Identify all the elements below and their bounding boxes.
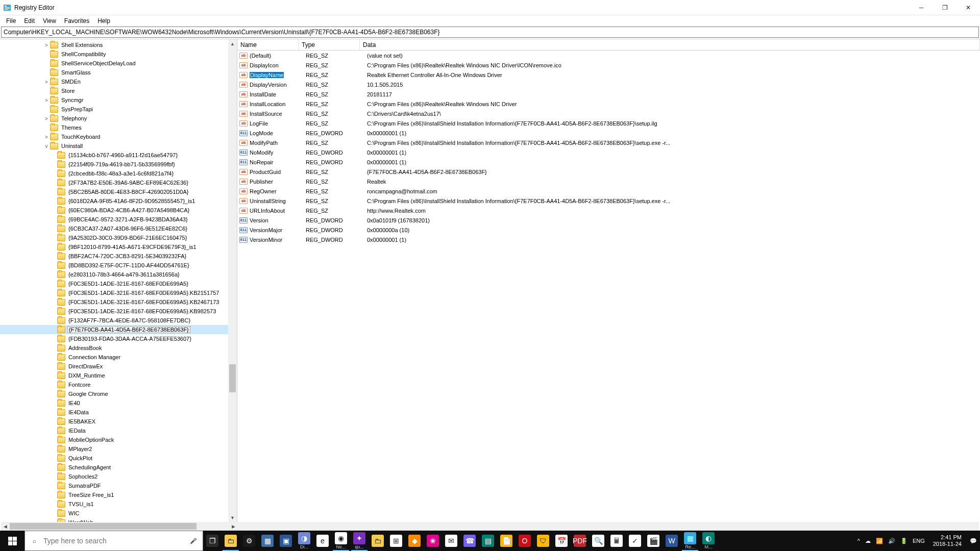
tree-node[interactable]: Google Chrome — [0, 389, 237, 398]
tray-battery-icon[interactable]: 🔋 — [900, 538, 908, 544]
taskbar-app-pink[interactable]: ❀ — [424, 531, 442, 551]
taskbar-app-generic-1[interactable]: ▦ — [258, 531, 277, 551]
tree-node[interactable]: {9BF12010-8799-41A5-A671-E9CFDE9E79F3}_i… — [0, 242, 237, 252]
tree-node[interactable]: >SMDEn — [0, 77, 237, 86]
tray-onedrive-icon[interactable]: ☁ — [865, 538, 871, 544]
tree-node[interactable]: {F0C3E5D1-1ADE-321E-8167-68EF0DE699A5}.K… — [0, 307, 237, 316]
tree-node[interactable]: IE40 — [0, 398, 237, 408]
tree-node[interactable]: >Syncmgr — [0, 95, 237, 105]
tree-node[interactable]: {6018D2AA-9F85-41A6-8F2D-9D9528555457}_i… — [0, 196, 237, 206]
value-row[interactable]: abDisplayNameREG_SZRealtek Ethernet Cont… — [237, 70, 980, 80]
tree-node[interactable]: MobileOptionPack — [0, 435, 237, 444]
value-row[interactable]: abProductGuidREG_SZ{F7E7F0CB-AA41-4D5A-B… — [237, 167, 980, 177]
value-row[interactable]: abInstallSourceREG_SZC:\Drivers\Card\k4e… — [237, 109, 980, 118]
tray-overflow-icon[interactable]: ^ — [857, 538, 860, 544]
taskbar-movie[interactable]: 🎬 — [644, 531, 663, 551]
tree-node[interactable]: AddressBook — [0, 343, 237, 353]
taskbar-regedit[interactable]: ▦Re... — [681, 531, 699, 551]
value-row[interactable]: ab(Default)REG_SZ(value not set) — [237, 51, 980, 60]
tree-node[interactable]: Store — [0, 86, 237, 95]
tree-node[interactable]: TVSU_is1 — [0, 499, 237, 509]
taskbar-app-teal2[interactable]: ◐M... — [699, 531, 718, 551]
address-bar[interactable]: Computer\HKEY_LOCAL_MACHINE\SOFTWARE\WOW… — [1, 27, 979, 38]
expander-icon[interactable]: > — [43, 116, 50, 121]
tree-node[interactable]: Themes — [0, 123, 237, 132]
tree-node[interactable]: SumatraPDF — [0, 481, 237, 490]
taskbar-notes[interactable]: 📄 — [497, 531, 516, 551]
tree-node[interactable]: IEData — [0, 426, 237, 435]
taskbar-app-generic-2[interactable]: ▣ — [277, 531, 295, 551]
search-input[interactable] — [43, 531, 184, 550]
expander-icon[interactable]: > — [43, 134, 50, 140]
menu-favorites[interactable]: Favorites — [60, 16, 93, 26]
tree-node[interactable]: vUninstall — [0, 141, 237, 151]
taskbar-viber[interactable]: ☎ — [460, 531, 479, 551]
taskbar-security[interactable]: 🛡 — [534, 531, 552, 551]
tree-node[interactable]: Sophocles2 — [0, 472, 237, 481]
taskbar-app-orange[interactable]: ◆ — [405, 531, 424, 551]
tree-node[interactable]: {BBF2AC74-720C-3CB3-8291-5E34039232FA} — [0, 252, 237, 261]
expander-icon[interactable]: > — [43, 79, 50, 85]
close-button[interactable]: ✕ — [957, 0, 980, 15]
taskbar-word[interactable]: W — [663, 531, 681, 551]
tree-node[interactable]: {FDB30193-FDA0-3DAA-ACCA-A75EEFE53607} — [0, 334, 237, 343]
tree-node[interactable]: WIC — [0, 509, 237, 518]
tree-node[interactable]: SmartGlass — [0, 68, 237, 77]
taskbar-files[interactable]: 🗀 — [369, 531, 387, 551]
tree-node[interactable]: IE4Data — [0, 408, 237, 417]
tree-node[interactable]: {F7E7F0CB-AA41-4D5A-B6F2-8E6738EB063F} — [0, 325, 237, 334]
tree-node[interactable]: {6CB3CA37-2A07-43D8-96F6-9E512E4E82C6} — [0, 224, 237, 233]
value-row[interactable]: abInstallDateREG_SZ20181117 — [237, 89, 980, 99]
menu-file[interactable]: File — [2, 16, 20, 26]
value-row[interactable]: 011VersionMinorREG_DWORD0x00000001 (1) — [237, 235, 980, 244]
tree-node[interactable]: {15134cb0-b767-4960-a911-f2d16ae54797} — [0, 151, 237, 160]
value-row[interactable]: abInstallLocationREG_SZC:\Program Files … — [237, 99, 980, 109]
expander-icon[interactable]: v — [43, 143, 50, 149]
tray-notifications-icon[interactable]: 💬 — [970, 538, 977, 544]
tree-node[interactable]: WordWeb — [0, 518, 237, 522]
tree-node[interactable]: TreeSize Free_is1 — [0, 490, 237, 499]
value-row[interactable]: abRegOwnerREG_SZroncampagna@hotmail.com — [237, 186, 980, 196]
taskbar-chrome[interactable]: ◉Ne... — [332, 531, 350, 551]
value-row[interactable]: abPublisherREG_SZRealtek — [237, 177, 980, 186]
expander-icon[interactable]: > — [43, 42, 50, 48]
tree-node[interactable]: DXM_Runtime — [0, 371, 237, 380]
tree-node[interactable]: Connection Manager — [0, 353, 237, 362]
taskbar-store[interactable]: ⊞ — [387, 531, 405, 551]
value-row[interactable]: 011VersionREG_DWORD0x0a0101f9 (167838201… — [237, 215, 980, 225]
col-data[interactable]: Data — [360, 39, 980, 50]
list-header[interactable]: Name Type Data — [237, 39, 980, 51]
tree-node[interactable]: {5BC2B5AB-80DE-4E83-B8CF-426902051D0A} — [0, 187, 237, 196]
tree-node[interactable]: {F0C3E5D1-1ADE-321E-8167-68EF0DE699A5} — [0, 279, 237, 288]
taskbar-calculator[interactable]: 🖩 — [607, 531, 626, 551]
tree-node[interactable]: {2cbcedbb-f38c-48a3-a3e1-6c6fd821a7f4} — [0, 169, 237, 178]
value-row[interactable]: abDisplayVersionREG_SZ10.1.505.2015 — [237, 80, 980, 89]
start-button[interactable] — [0, 531, 24, 551]
tree-node[interactable]: {e2803110-78b3-4664-a479-3611a381656a} — [0, 270, 237, 279]
taskbar-todo[interactable]: ✓ — [626, 531, 644, 551]
tree-node[interactable]: {F0C3E5D1-1ADE-321E-8167-68EF0DE699A5}.K… — [0, 297, 237, 307]
tree-node[interactable]: {69BCE4AC-9572-3271-A2FB-9423BDA36A43} — [0, 215, 237, 224]
values-panel[interactable]: Name Type Data ab(Default)REG_SZ(value n… — [237, 39, 980, 522]
taskbar-discord[interactable]: ◑Di... — [295, 531, 313, 551]
tree-node[interactable]: SysPrepTapi — [0, 105, 237, 114]
taskbar-opera[interactable]: O — [516, 531, 534, 551]
col-type[interactable]: Type — [299, 39, 360, 50]
tree-panel[interactable]: >Shell ExtensionsShellCompatibilityShell… — [0, 39, 237, 522]
tree-node[interactable]: {2F73A7B2-E50E-39A6-9ABC-EF89E4C62E36} — [0, 178, 237, 187]
taskbar-app-teal[interactable]: ▤ — [479, 531, 497, 551]
taskbar-settings[interactable]: ⚙ — [240, 531, 258, 551]
col-name[interactable]: Name — [237, 39, 299, 50]
value-row[interactable]: 011NoRepairREG_DWORD0x00000001 (1) — [237, 157, 980, 167]
tray-language[interactable]: ENG — [913, 538, 925, 544]
value-row[interactable]: abURLInfoAboutREG_SZhttp://www.Realtek.c… — [237, 206, 980, 215]
tree-node[interactable]: QuickPlot — [0, 454, 237, 463]
taskbar-task-view[interactable]: ❐ — [203, 531, 222, 551]
value-row[interactable]: 011VersionMajorREG_DWORD0x0000000a (10) — [237, 225, 980, 235]
tree-node[interactable]: DirectDrawEx — [0, 362, 237, 371]
value-row[interactable]: 011LogModeREG_DWORD0x00000001 (1) — [237, 128, 980, 138]
expander-icon[interactable]: > — [43, 97, 50, 103]
tree-hscrollbar[interactable]: ◀ ▶ — [1, 522, 979, 531]
taskbar-calendar[interactable]: 📅 — [552, 531, 571, 551]
taskbar-file-explorer[interactable]: 🗀 — [222, 531, 240, 551]
